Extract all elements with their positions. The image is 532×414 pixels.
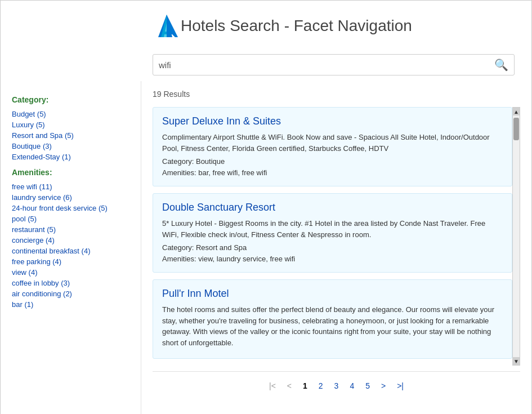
last-page-button[interactable]: >| xyxy=(394,380,407,391)
page-1-button[interactable]: 1 xyxy=(299,380,311,391)
results-count: 19 Results xyxy=(153,90,520,99)
amenity-restaurant[interactable]: restaurant (5) xyxy=(12,224,129,235)
category-list: Budget (5) Luxury (5) Resort and Spa (5)… xyxy=(12,109,129,162)
hotel-card-2: Double Sanctuary Resort 5* Luxury Hotel … xyxy=(153,193,512,273)
results-wrapper: Super Deluxe Inn & Suites Complimentary … xyxy=(153,107,520,366)
amenity-pool[interactable]: pool (5) xyxy=(12,213,129,224)
amenity-coffee-lobby[interactable]: coffee in lobby (3) xyxy=(12,278,129,288)
page-title: Hotels Search - Facet Navigation xyxy=(181,17,412,35)
scroll-down-button[interactable]: ▼ xyxy=(512,357,520,365)
results-scrollbar[interactable]: ▲ ▼ xyxy=(512,107,520,366)
amenity-view[interactable]: view (4) xyxy=(12,267,129,278)
page-2-button[interactable]: 2 xyxy=(315,380,327,391)
header: Hotels Search - Facet Navigation xyxy=(1,1,531,48)
category-resort-spa[interactable]: Resort and Spa (5) xyxy=(12,130,129,141)
amenity-free-wifi[interactable]: free wifi (11) xyxy=(12,181,129,192)
amenity-bar[interactable]: bar (1) xyxy=(12,299,129,310)
scroll-up-button[interactable]: ▲ xyxy=(512,108,520,115)
svg-marker-1 xyxy=(161,15,167,37)
category-extended-stay[interactable]: Extended-Stay (1) xyxy=(12,152,129,162)
next-page-button[interactable]: > xyxy=(378,380,389,391)
amenity-concierge[interactable]: concierge (4) xyxy=(12,235,129,246)
results-content: Super Deluxe Inn & Suites Complimentary … xyxy=(153,107,512,366)
amenity-front-desk[interactable]: 24-hour front desk service (5) xyxy=(12,203,129,213)
category-luxury[interactable]: Luxury (5) xyxy=(12,119,129,130)
results-area[interactable]: 19 Results Super Deluxe Inn & Suites Com… xyxy=(141,81,531,414)
search-input[interactable] xyxy=(159,60,494,70)
hotel-card-3: Pull'r Inn Motel The hotel rooms and sui… xyxy=(153,279,512,359)
category-boutique[interactable]: Boutique (3) xyxy=(12,141,129,152)
amenity-laundry[interactable]: laundry service (6) xyxy=(12,192,129,203)
search-bar: 🔍 xyxy=(153,54,515,75)
hotel-category-1: Category: Boutique xyxy=(162,156,503,167)
amenity-air-conditioning[interactable]: air conditioning (2) xyxy=(12,288,129,299)
amenity-free-parking[interactable]: free parking (4) xyxy=(12,256,129,267)
hotel-desc-3: The hotel rooms and suites offer the per… xyxy=(162,304,503,348)
hotel-amenities-2: Amenities: view, laundry service, free w… xyxy=(162,253,503,265)
app-logo xyxy=(153,12,181,40)
scroll-thumb[interactable] xyxy=(513,118,519,140)
hotel-name-3[interactable]: Pull'r Inn Motel xyxy=(162,288,503,300)
page-5-button[interactable]: 5 xyxy=(362,380,373,391)
amenities-section-title: Amenities: xyxy=(12,168,129,177)
hotel-name-1[interactable]: Super Deluxe Inn & Suites xyxy=(162,115,503,127)
amenity-continental-breakfast[interactable]: continental breakfast (4) xyxy=(12,246,129,256)
hotel-card-1: Super Deluxe Inn & Suites Complimentary … xyxy=(153,107,512,186)
pagination: |< < 1 2 3 4 5 > >| xyxy=(153,371,520,400)
hotel-desc-2: 5* Luxury Hotel - Biggest Rooms in the c… xyxy=(162,218,503,240)
category-section-title: Category: xyxy=(12,95,129,104)
hotel-desc-1: Complimentary Airport Shuttle & WiFi. Bo… xyxy=(162,132,503,154)
prev-page-button[interactable]: < xyxy=(284,380,295,391)
search-icon[interactable]: 🔍 xyxy=(494,58,508,72)
sidebar: Category: Budget (5) Luxury (5) Resort a… xyxy=(1,81,141,414)
first-page-button[interactable]: |< xyxy=(266,380,279,391)
page-3-button[interactable]: 3 xyxy=(331,380,342,391)
app-container: Hotels Search - Facet Navigation 🔍 Categ… xyxy=(0,0,532,414)
amenities-list: free wifi (11) laundry service (6) 24-ho… xyxy=(12,181,129,310)
hotel-amenities-1: Amenities: bar, free wifi, free wifi xyxy=(162,167,503,179)
hotel-name-2[interactable]: Double Sanctuary Resort xyxy=(162,202,503,213)
category-budget[interactable]: Budget (5) xyxy=(12,109,129,119)
main-layout: Category: Budget (5) Luxury (5) Resort a… xyxy=(1,81,531,414)
search-bar-area: 🔍 xyxy=(1,48,531,81)
page-4-button[interactable]: 4 xyxy=(346,380,357,391)
hotel-category-2: Category: Resort and Spa xyxy=(162,242,503,253)
